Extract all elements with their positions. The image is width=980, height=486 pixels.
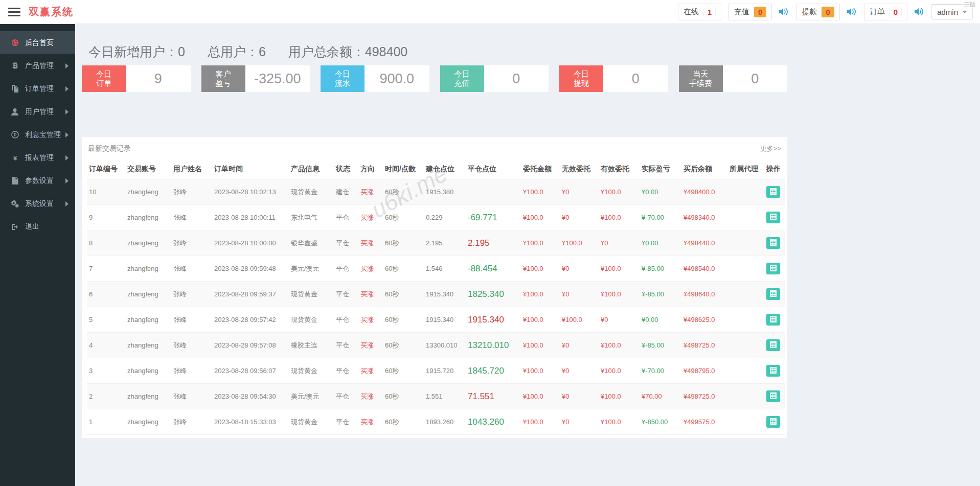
sidebar-item-interest[interactable]: P利息宝管理 bbox=[0, 123, 75, 146]
cell-profit: ¥0.00 bbox=[640, 307, 681, 333]
cell-duration: 60秒 bbox=[383, 333, 424, 358]
row-detail-button[interactable] bbox=[766, 212, 780, 223]
col-account: 交易账号 bbox=[125, 159, 171, 179]
more-link[interactable]: 更多>> bbox=[760, 144, 781, 153]
order-sound-icon[interactable] bbox=[915, 8, 924, 16]
row-detail-button[interactable] bbox=[766, 288, 780, 300]
cell-name: 张峰 bbox=[171, 358, 212, 384]
table-row: 2zhangfeng张峰2023-08-28 09:54:30美元/澳元平仓买涨… bbox=[87, 384, 785, 409]
recharge-sound-icon[interactable] bbox=[779, 8, 789, 16]
row-detail-button[interactable] bbox=[766, 186, 780, 198]
sidebar-item-label: 参数设置 bbox=[25, 176, 54, 186]
cell-status: 建仓 bbox=[334, 179, 358, 205]
cell-direction: 买涨 bbox=[358, 256, 383, 282]
cell-balance: ¥498625.0 bbox=[681, 307, 727, 333]
cell-profit: ¥-85.00 bbox=[640, 333, 681, 358]
row-detail-button[interactable] bbox=[766, 263, 780, 274]
cell-name: 张峰 bbox=[171, 307, 212, 333]
logout-icon bbox=[10, 223, 19, 230]
cell-close: 13210.010 bbox=[466, 333, 521, 358]
col-amount: 委托金额 bbox=[521, 159, 560, 179]
col-agent: 所属代理 bbox=[727, 159, 764, 179]
sidebar-item-reports[interactable]: ¥报表管理 bbox=[0, 146, 75, 169]
cell-status: 平仓 bbox=[334, 358, 358, 384]
cell-product: 美元/澳元 bbox=[289, 256, 334, 282]
cell-invalid: ¥100.0 bbox=[560, 307, 599, 333]
total-users-value: 6 bbox=[259, 44, 266, 59]
caret-down-icon bbox=[962, 11, 967, 13]
cell-valid: ¥0 bbox=[599, 230, 640, 256]
cell-action bbox=[764, 307, 785, 333]
new-users-value: 0 bbox=[178, 44, 185, 59]
sidebar-item-params[interactable]: 参数设置 bbox=[0, 169, 75, 192]
cell-open: 1915.720 bbox=[424, 358, 466, 384]
chevron-right-icon bbox=[65, 178, 69, 183]
cell-name: 张峰 bbox=[171, 230, 212, 256]
cell-valid: ¥100.0 bbox=[599, 409, 640, 435]
stat-card-label: 今日订单 bbox=[82, 65, 126, 92]
cell-open: 1915.380 bbox=[424, 179, 466, 205]
app-title: 双赢系统 bbox=[29, 5, 74, 19]
cell-account: zhangfeng bbox=[125, 358, 171, 384]
online-counter[interactable]: 在线1 bbox=[678, 4, 721, 20]
cell-status: 平仓 bbox=[334, 282, 358, 307]
cell-open: 1.551 bbox=[424, 384, 466, 409]
list-icon bbox=[770, 392, 777, 401]
sidebar-item-label: 产品管理 bbox=[25, 61, 54, 71]
sidebar-item-label: 退出 bbox=[25, 222, 39, 232]
cell-product: 银华鑫盛 bbox=[289, 230, 334, 256]
cell-direction: 买涨 bbox=[358, 358, 383, 384]
cell-profit: ¥70.00 bbox=[640, 384, 681, 409]
cell-amount: ¥100.0 bbox=[521, 282, 560, 307]
table-row: 7zhangfeng张峰2023-08-28 09:59:48美元/澳元平仓买涨… bbox=[87, 256, 785, 282]
sidebar-item-logout[interactable]: 退出 bbox=[0, 215, 75, 238]
row-detail-button[interactable] bbox=[766, 339, 780, 351]
cell-id: 4 bbox=[87, 333, 125, 358]
sidebar-item-products[interactable]: 产品管理 bbox=[0, 54, 75, 77]
recharge-counter[interactable]: 充值0 bbox=[728, 4, 772, 20]
row-detail-button[interactable] bbox=[766, 314, 780, 326]
sidebar-item-orders[interactable]: 订单管理 bbox=[0, 77, 75, 100]
withdraw-counter[interactable]: 提款0 bbox=[796, 4, 839, 20]
sidebar-item-users[interactable]: 用户管理 bbox=[0, 100, 75, 123]
table-row: 4zhangfeng张峰2023-08-28 09:57:08橡胶主连平仓买涨6… bbox=[87, 333, 785, 358]
cell-balance: ¥498440.0 bbox=[681, 230, 727, 256]
cell-time: 2023-08-28 10:00:00 bbox=[212, 230, 289, 256]
row-detail-button[interactable] bbox=[766, 390, 780, 402]
cell-amount: ¥100.0 bbox=[521, 205, 560, 230]
cell-close: 1825.340 bbox=[466, 282, 521, 307]
cell-direction: 买涨 bbox=[358, 230, 383, 256]
stat-card-today-orders: 今日订单9 bbox=[82, 65, 191, 92]
cell-id: 9 bbox=[87, 205, 125, 230]
col-open: 建仓点位 bbox=[424, 159, 466, 179]
cell-status: 平仓 bbox=[334, 256, 358, 282]
chevron-right-icon bbox=[65, 86, 69, 91]
cell-amount: ¥100.0 bbox=[521, 179, 560, 205]
col-valid: 有效委托 bbox=[599, 159, 640, 179]
cell-valid: ¥100.0 bbox=[599, 256, 640, 282]
cell-profit: ¥0.00 bbox=[640, 179, 681, 205]
cell-profit: ¥-70.00 bbox=[640, 358, 681, 384]
row-detail-button[interactable] bbox=[766, 365, 780, 377]
cell-action bbox=[764, 384, 785, 409]
cell-duration: 60秒 bbox=[383, 179, 424, 205]
row-detail-button[interactable] bbox=[766, 237, 780, 249]
recharge-counter-value: 0 bbox=[754, 7, 766, 17]
chevron-right-icon bbox=[65, 155, 69, 160]
stat-card-value: 0 bbox=[603, 65, 668, 92]
order-counter[interactable]: 订单0 bbox=[864, 4, 907, 20]
cell-agent bbox=[727, 282, 764, 307]
cell-valid: ¥100.0 bbox=[599, 179, 640, 205]
row-detail-button[interactable] bbox=[766, 416, 780, 428]
withdraw-sound-icon[interactable] bbox=[847, 8, 857, 16]
cell-agent bbox=[727, 179, 764, 205]
col-profit: 实际盈亏 bbox=[640, 159, 681, 179]
cell-name: 张峰 bbox=[171, 205, 212, 230]
hamburger-menu-icon[interactable] bbox=[8, 6, 20, 18]
sidebar-item-system[interactable]: 系统设置 bbox=[0, 192, 75, 215]
table-row: 8zhangfeng张峰2023-08-28 10:00:00银华鑫盛平仓买涨6… bbox=[87, 230, 785, 256]
stat-card-value: 9 bbox=[126, 65, 191, 92]
latest-trades-panel: 最新交易记录 更多>> 订单编号交易账号用户姓名订单时间产品信息状态方向时间/点… bbox=[82, 137, 787, 438]
sidebar-item-home[interactable]: 后台首页 bbox=[0, 31, 75, 54]
stat-card-today-fee: 当天手续费0 bbox=[679, 65, 788, 92]
